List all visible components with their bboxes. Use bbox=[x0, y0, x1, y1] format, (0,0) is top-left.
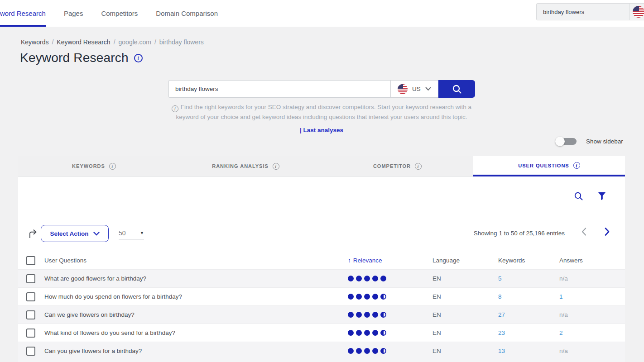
chevron-left-icon bbox=[582, 228, 586, 236]
relevance-dot bbox=[372, 312, 378, 318]
relevance-dot bbox=[348, 276, 354, 281]
answers-count[interactable]: 2 bbox=[559, 329, 625, 336]
column-header-keywords[interactable]: Keywords bbox=[498, 257, 559, 264]
info-icon[interactable]: i bbox=[109, 163, 116, 170]
user-questions-table: User Questions ↑Relevance Language Keywo… bbox=[18, 252, 625, 362]
relevance-dot bbox=[372, 276, 378, 281]
keyword-search-bar: birthday flowers US bbox=[168, 80, 475, 98]
previous-page-button[interactable] bbox=[582, 228, 586, 236]
relevance-dot bbox=[348, 294, 354, 300]
tab-label: RANKING ANALYSIS bbox=[212, 163, 269, 169]
breadcrumb-keywords[interactable]: Keywords bbox=[21, 38, 48, 46]
column-header-user-questions[interactable]: User Questions bbox=[44, 257, 348, 264]
last-analyses-link[interactable]: | Last analyses bbox=[300, 125, 343, 135]
column-header-relevance[interactable]: ↑Relevance bbox=[348, 257, 433, 264]
top-navigation-bar: word Research Pages Competitors Domain C… bbox=[0, 0, 644, 27]
relevance-dot bbox=[372, 294, 378, 300]
relevance-dots bbox=[348, 276, 433, 281]
relevance-dots bbox=[348, 312, 433, 318]
keywords-count-link[interactable]: 5 bbox=[498, 275, 559, 282]
column-header-answers[interactable]: Answers bbox=[559, 257, 625, 264]
select-action-label: Select Action bbox=[50, 230, 88, 237]
breadcrumb-keyword-research[interactable]: Keyword Research bbox=[57, 38, 110, 46]
info-icon[interactable]: i bbox=[273, 163, 279, 170]
table-row: What are good flowers for a birthday? EN… bbox=[18, 269, 625, 287]
keywords-count-link[interactable]: 13 bbox=[498, 348, 559, 354]
table-row: Can you give flowers for a birthday? EN … bbox=[18, 342, 625, 360]
tab-label: COMPETITOR bbox=[373, 163, 411, 169]
relevance-dot bbox=[348, 330, 354, 336]
row-checkbox[interactable] bbox=[26, 329, 35, 338]
result-tabs: KEYWORDSi RANKING ANALYSISi COMPETITORi … bbox=[18, 156, 625, 176]
pagination-status: Showing 1 to 50 of 25,196 entries bbox=[474, 230, 565, 237]
show-sidebar-toggle[interactable] bbox=[556, 138, 577, 145]
nav-item-label: word Research bbox=[0, 10, 46, 17]
breadcrumb-keyword: birthday flowers bbox=[159, 38, 204, 46]
relevance-dot bbox=[364, 276, 370, 281]
row-checkbox[interactable] bbox=[26, 347, 35, 356]
export-button[interactable] bbox=[27, 229, 38, 241]
info-icon[interactable]: i bbox=[134, 54, 143, 62]
table-row: Can we give flowers on birthday? EN 27 n… bbox=[18, 305, 625, 324]
country-selector[interactable]: US bbox=[390, 80, 438, 98]
question-text: Can we give flowers on birthday? bbox=[44, 311, 348, 318]
breadcrumb-separator: / bbox=[154, 38, 156, 46]
top-nav: word Research Pages Competitors Domain C… bbox=[0, 0, 236, 27]
search-icon bbox=[574, 191, 583, 201]
us-flag-icon[interactable] bbox=[633, 6, 644, 18]
relevance-dot bbox=[364, 348, 370, 354]
show-sidebar-label: Show sidebar bbox=[586, 138, 623, 145]
language-value: EN bbox=[433, 275, 498, 282]
nav-item-label: Pages bbox=[64, 10, 83, 17]
country-code: US bbox=[412, 86, 421, 92]
question-text: Can you give flowers for a birthday? bbox=[44, 348, 348, 354]
tab-keywords[interactable]: KEYWORDSi bbox=[18, 156, 170, 176]
filter-button[interactable] bbox=[598, 192, 606, 200]
select-all-checkbox[interactable] bbox=[26, 256, 35, 265]
tab-competitor[interactable]: COMPETITORi bbox=[322, 156, 473, 176]
chevron-down-icon bbox=[425, 87, 431, 91]
keywords-count-link[interactable]: 27 bbox=[498, 311, 559, 318]
table-search-button[interactable] bbox=[574, 191, 583, 201]
tab-label: KEYWORDS bbox=[72, 163, 105, 169]
results-panel: KEYWORDSi RANKING ANALYSISi COMPETITORi … bbox=[18, 156, 625, 362]
info-icon[interactable]: i bbox=[573, 162, 580, 169]
tab-user-questions[interactable]: USER QUESTIONSi bbox=[473, 156, 625, 176]
topbar-search-box[interactable]: birthday flowers bbox=[536, 3, 644, 20]
info-icon[interactable]: i bbox=[415, 163, 422, 170]
relevance-dot bbox=[356, 276, 362, 281]
keywords-count-link[interactable]: 8 bbox=[498, 293, 559, 300]
row-checkbox[interactable] bbox=[26, 292, 35, 301]
sort-asc-icon: ↑ bbox=[348, 257, 351, 264]
column-header-language[interactable]: Language bbox=[433, 257, 498, 264]
answers-count[interactable]: n/a bbox=[559, 275, 625, 282]
keyword-search-input[interactable]: birthday flowers bbox=[168, 80, 390, 98]
answers-count[interactable]: 1 bbox=[559, 293, 625, 300]
info-icon: i bbox=[172, 105, 178, 112]
search-button[interactable] bbox=[438, 80, 475, 98]
tab-ranking-analysis[interactable]: RANKING ANALYSISi bbox=[170, 156, 322, 176]
nav-item-keyword-research[interactable]: word Research bbox=[0, 0, 46, 27]
page-size-select[interactable]: 50 ▼ bbox=[119, 227, 144, 239]
nav-item-domain-comparison[interactable]: Domain Comparison bbox=[156, 0, 218, 27]
language-value: EN bbox=[433, 329, 498, 336]
relevance-dot bbox=[348, 348, 354, 354]
row-checkbox[interactable] bbox=[26, 274, 35, 283]
next-page-button[interactable] bbox=[605, 228, 610, 236]
breadcrumb-domain[interactable]: google.com bbox=[119, 38, 151, 46]
nav-item-competitors[interactable]: Competitors bbox=[101, 0, 138, 27]
language-value: EN bbox=[433, 348, 498, 354]
keywords-count-link[interactable]: 23 bbox=[498, 329, 559, 336]
relevance-dots bbox=[348, 348, 433, 354]
nav-item-pages[interactable]: Pages bbox=[64, 0, 83, 27]
nav-item-label: Domain Comparison bbox=[156, 10, 218, 17]
relevance-dot bbox=[380, 294, 386, 300]
select-action-dropdown[interactable]: Select Action bbox=[41, 225, 109, 242]
breadcrumb-separator: / bbox=[52, 38, 53, 46]
sidebar-toggle-row: Show sidebar bbox=[556, 138, 623, 145]
relevance-dot bbox=[380, 330, 386, 336]
answers-count[interactable]: n/a bbox=[559, 311, 625, 318]
row-checkbox[interactable] bbox=[26, 310, 35, 319]
topbar-search-input[interactable]: birthday flowers bbox=[537, 9, 630, 15]
answers-count[interactable]: n/a bbox=[559, 348, 625, 354]
